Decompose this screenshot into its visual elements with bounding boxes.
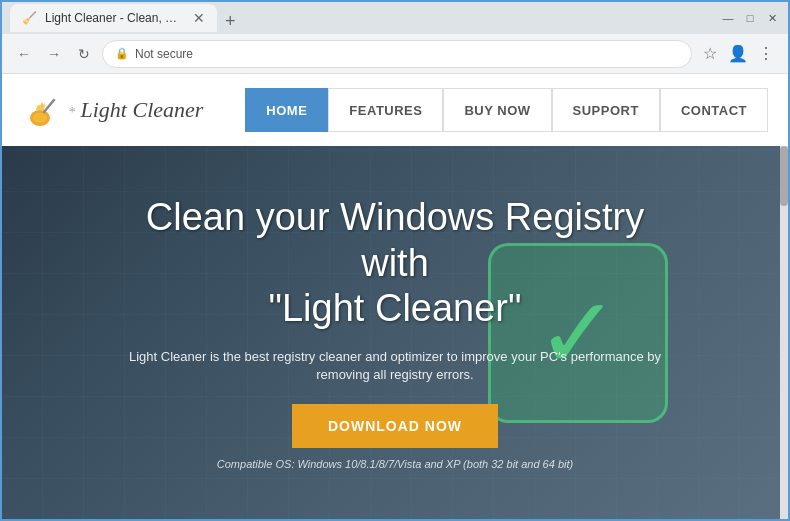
url-bar[interactable]: 🔒 Not secure	[102, 40, 692, 68]
browser-actions: ☆ 👤 ⋮	[698, 42, 778, 66]
browser-tab[interactable]: 🧹 Light Cleaner - Clean, Optimize... ✕	[10, 4, 217, 32]
forward-button[interactable]: →	[42, 42, 66, 66]
hero-title: Clean your Windows Registrywith"Light Cl…	[110, 195, 680, 332]
back-button[interactable]: ←	[12, 42, 36, 66]
svg-line-2	[44, 100, 54, 112]
hero-subtitle: Light Cleaner is the best registry clean…	[110, 348, 680, 384]
minimize-button[interactable]: —	[720, 10, 736, 26]
logo-text: * Light Cleaner	[68, 97, 203, 123]
bookmark-button[interactable]: ☆	[698, 42, 722, 66]
site-content: * Light Cleaner HOME FEATURES BUY NOW SU…	[2, 74, 788, 519]
site-header: * Light Cleaner HOME FEATURES BUY NOW SU…	[2, 74, 788, 146]
nav-features[interactable]: FEATURES	[328, 88, 443, 132]
compat-text: Compatible OS: Windows 10/8.1/8/7/Vista …	[110, 458, 680, 470]
hero-section: ✓ Clean your Windows Registrywith"Light …	[2, 146, 788, 519]
close-button[interactable]: ✕	[764, 10, 780, 26]
tab-title: Light Cleaner - Clean, Optimize...	[45, 11, 185, 25]
tab-close-button[interactable]: ✕	[193, 10, 205, 26]
hero-content: Clean your Windows Registrywith"Light Cl…	[70, 195, 720, 470]
account-button[interactable]: 👤	[726, 42, 750, 66]
nav-contact[interactable]: CONTACT	[660, 88, 768, 132]
site-nav: HOME FEATURES BUY NOW SUPPORT CONTACT	[245, 88, 768, 132]
menu-button[interactable]: ⋮	[754, 42, 778, 66]
security-icon: 🔒	[115, 47, 129, 60]
download-button[interactable]: DOWNLOAD NOW	[292, 404, 498, 448]
tab-bar: 🧹 Light Cleaner - Clean, Optimize... ✕ +	[10, 4, 716, 32]
url-text: Not secure	[135, 47, 193, 61]
nav-buy-now[interactable]: BUY NOW	[443, 88, 551, 132]
svg-point-1	[33, 113, 47, 123]
refresh-button[interactable]: ↻	[72, 42, 96, 66]
logo: * Light Cleaner	[22, 90, 203, 130]
new-tab-button[interactable]: +	[225, 11, 236, 32]
window-controls: — □ ✕	[720, 10, 780, 26]
scrollbar[interactable]	[780, 146, 788, 519]
nav-support[interactable]: SUPPORT	[552, 88, 660, 132]
browser-frame: 🧹 Light Cleaner - Clean, Optimize... ✕ +…	[0, 0, 790, 521]
address-bar: ← → ↻ 🔒 Not secure ☆ 👤 ⋮	[2, 34, 788, 74]
maximize-button[interactable]: □	[742, 10, 758, 26]
logo-icon	[22, 90, 62, 130]
nav-home[interactable]: HOME	[245, 88, 328, 132]
tab-favicon: 🧹	[22, 11, 37, 25]
title-bar: 🧹 Light Cleaner - Clean, Optimize... ✕ +…	[2, 2, 788, 34]
scrollbar-thumb[interactable]	[780, 146, 788, 206]
